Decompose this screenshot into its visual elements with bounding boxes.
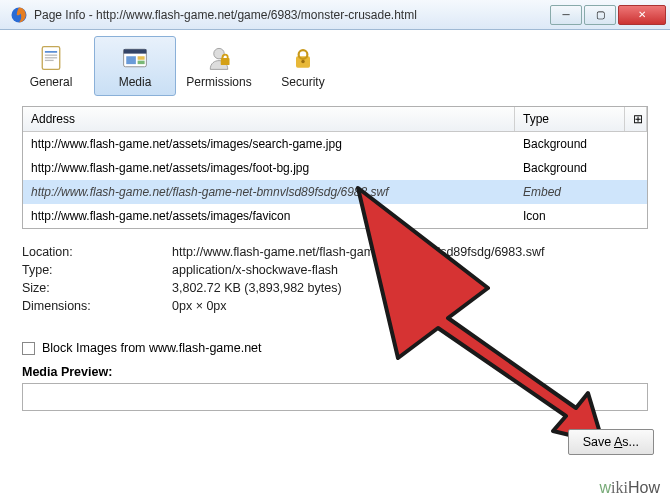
tab-general[interactable]: General — [10, 36, 92, 96]
window-title: Page Info - http://www.flash-game.net/ga… — [34, 8, 548, 22]
location-label: Location: — [22, 245, 172, 259]
main-panel: Address Type ⊞ http://www.flash-game.net… — [22, 106, 648, 411]
block-images-checkbox[interactable] — [22, 342, 35, 355]
maximize-button[interactable]: ▢ — [584, 5, 616, 25]
header-type[interactable]: Type — [515, 107, 625, 131]
svg-rect-4 — [45, 57, 57, 58]
media-icon — [121, 44, 149, 72]
size-label: Size: — [22, 281, 172, 295]
svg-rect-2 — [45, 51, 57, 53]
block-images-label: Block Images from www.flash-game.net — [42, 341, 262, 355]
document-icon — [37, 44, 65, 72]
list-row-selected[interactable]: http://www.flash-game.net/flash-game-net… — [23, 180, 647, 204]
list-header: Address Type ⊞ — [23, 107, 647, 132]
window-controls: ─ ▢ ✕ — [548, 5, 666, 25]
category-toolbar: General Media Permissions Security — [0, 30, 670, 96]
tab-media[interactable]: Media — [94, 36, 176, 96]
tab-media-label: Media — [119, 75, 152, 89]
list-row[interactable]: http://www.flash-game.net/assets/images/… — [23, 204, 647, 228]
type-label: Type: — [22, 263, 172, 277]
tab-permissions[interactable]: Permissions — [178, 36, 260, 96]
location-value: http://www.flash-game.net/flash-game-net… — [172, 245, 648, 259]
svg-rect-13 — [223, 54, 228, 59]
lock-icon — [289, 44, 317, 72]
tab-permissions-label: Permissions — [186, 75, 251, 89]
svg-rect-5 — [45, 59, 54, 60]
watermark: wwikiHowikiHow — [600, 479, 660, 497]
svg-point-16 — [301, 59, 305, 63]
header-overflow[interactable]: ⊞ — [625, 107, 647, 131]
type-value: application/x-shockwave-flash — [172, 263, 648, 277]
window-titlebar: Page Info - http://www.flash-game.net/ga… — [0, 0, 670, 30]
svg-rect-8 — [126, 56, 136, 64]
minimize-button[interactable]: ─ — [550, 5, 582, 25]
list-row[interactable]: http://www.flash-game.net/assets/images/… — [23, 156, 647, 180]
header-address[interactable]: Address — [23, 107, 515, 131]
list-row[interactable]: http://www.flash-game.net/assets/images/… — [23, 132, 647, 156]
tab-security[interactable]: Security — [262, 36, 344, 96]
tab-general-label: General — [30, 75, 73, 89]
size-value: 3,802.72 KB (3,893,982 bytes) — [172, 281, 648, 295]
media-preview-label: Media Preview: — [22, 365, 648, 379]
media-list[interactable]: Address Type ⊞ http://www.flash-game.net… — [22, 106, 648, 229]
close-button[interactable]: ✕ — [618, 5, 666, 25]
dimensions-value: 0px × 0px — [172, 299, 648, 313]
tab-security-label: Security — [281, 75, 324, 89]
svg-rect-3 — [45, 54, 57, 55]
svg-rect-9 — [138, 56, 145, 60]
firefox-icon — [10, 6, 28, 24]
media-details: Location:http://www.flash-game.net/flash… — [22, 243, 648, 315]
media-preview — [22, 383, 648, 411]
dimensions-label: Dimensions: — [22, 299, 172, 313]
svg-rect-7 — [124, 49, 147, 53]
svg-rect-10 — [138, 60, 145, 64]
permissions-icon — [205, 44, 233, 72]
save-as-button[interactable]: Save As... — [568, 429, 654, 455]
block-images-row: Block Images from www.flash-game.net — [22, 341, 648, 355]
